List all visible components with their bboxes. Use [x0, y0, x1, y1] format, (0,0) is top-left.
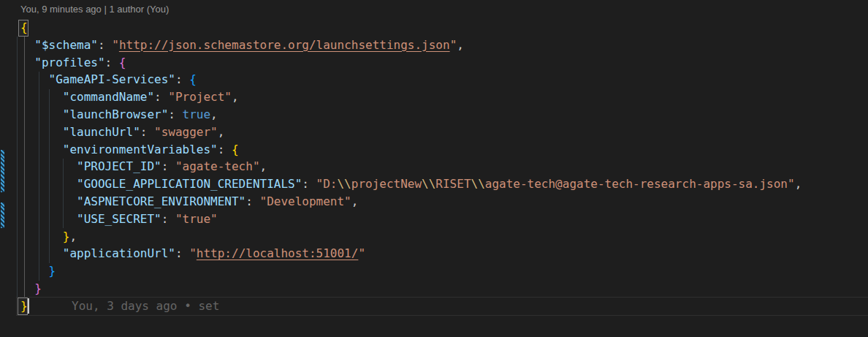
url-link[interactable]: http://localhost:51001/ [197, 246, 359, 260]
code-token: : [140, 125, 154, 139]
code-token: } [63, 230, 70, 243]
code-line[interactable]: "ASPNETCORE_ENVIRONMENT": "Development", [20, 193, 802, 211]
code-line[interactable]: "commandName": "Project", [20, 88, 802, 106]
gutter-modified-indicator[interactable] [1, 202, 4, 228]
code-token: "$schema" [34, 38, 98, 52]
code-token: " [358, 246, 365, 260]
code-token [20, 125, 63, 139]
code-token [20, 230, 63, 243]
code-token [20, 194, 77, 208]
code-token: "true" [175, 212, 218, 226]
code-token [20, 177, 77, 191]
code-token: projectNew [351, 177, 422, 191]
code-line[interactable]: "GOOGLE_APPLICATION_CREDENTIALS": "D:\\p… [20, 175, 802, 193]
code-token: , [351, 194, 359, 208]
code-token [20, 143, 63, 156]
code-editor[interactable]: You, 9 minutes ago | 1 author (You) { "$… [0, 0, 868, 337]
code-token: , [69, 230, 77, 243]
code-token: { [232, 143, 239, 156]
code-token: "D: [316, 177, 338, 191]
code-token: : [98, 38, 112, 52]
code-token: : [245, 194, 259, 208]
code-token: \\ [471, 177, 485, 191]
code-token: , [232, 90, 239, 104]
code-token: "environmentVariables" [63, 143, 218, 156]
code-token: "GOOGLE_APPLICATION_CREDENTIALS" [77, 177, 302, 191]
code-line[interactable]: "profiles": { [20, 54, 802, 72]
code-token: "launchUrl" [63, 125, 140, 139]
code-line[interactable]: "applicationUrl": "http://localhost:5100… [20, 245, 802, 262]
code-token: "Project" [168, 90, 232, 104]
code-token: , [260, 159, 267, 173]
code-line[interactable]: "GameAPI-Services": { [20, 71, 802, 88]
code-token: : [154, 90, 168, 104]
code-line[interactable]: "$schema": "http://json.schemastore.org/… [20, 37, 802, 54]
code-token [20, 56, 34, 69]
codelens-annotation[interactable]: You, 9 minutes ago | 1 author (You) [20, 3, 169, 16]
code-token: "Development" [260, 194, 351, 208]
code-token: agate-tech@agate-tech-research-apps-sa.j… [485, 177, 795, 191]
code-content[interactable]: { "$schema": "http://json.schemastore.or… [20, 19, 802, 315]
code-token: "USE_SECRET" [77, 212, 161, 226]
code-token: : [302, 177, 316, 191]
code-token: } [49, 264, 56, 278]
code-token: RISET [435, 177, 471, 191]
code-token: } [34, 281, 42, 295]
code-token: true [183, 107, 211, 121]
code-token: "applicationUrl" [63, 246, 175, 260]
code-line[interactable]: "environmentVariables": { [20, 141, 802, 159]
code-token: \\ [337, 177, 351, 191]
code-token: , [210, 107, 218, 121]
code-token: " [112, 38, 119, 52]
code-token: } [20, 299, 28, 313]
code-line[interactable]: } [20, 262, 802, 280]
code-line[interactable]: { [20, 19, 802, 37]
code-token: : [161, 159, 175, 173]
code-token: { [189, 72, 197, 86]
code-token: : [105, 56, 119, 69]
code-token: "ASPNETCORE_ENVIRONMENT" [77, 194, 245, 208]
code-line[interactable]: }, [20, 228, 802, 246]
code-token: "GameAPI-Services" [49, 72, 175, 86]
code-token: , [457, 38, 464, 52]
code-token: "profiles" [34, 56, 104, 69]
code-token [20, 212, 77, 226]
code-token: : [218, 143, 232, 156]
code-line[interactable]: "USE_SECRET": "true" [20, 211, 802, 228]
indent-guide [17, 37, 18, 298]
code-line[interactable]: "PROJECT_ID": "agate-tech", [20, 158, 802, 175]
code-token [20, 281, 34, 295]
code-token: : [161, 212, 175, 226]
code-line[interactable]: "launchBrowser": true, [20, 106, 802, 124]
git-blame-annotation[interactable]: You, 3 days ago • set [72, 298, 219, 315]
code-token [20, 72, 49, 86]
url-link[interactable]: http://json.schemastore.org/launchsettin… [119, 38, 450, 52]
code-line[interactable]: } [20, 280, 802, 298]
code-token: , [218, 125, 225, 139]
code-token [20, 38, 34, 52]
code-token: "swagger" [154, 125, 218, 139]
code-token: "PROJECT_ID" [77, 159, 161, 173]
code-token [20, 246, 63, 260]
gutter-modified-indicator[interactable] [1, 150, 4, 192]
code-token: "agate-tech" [175, 159, 260, 173]
code-token: { [119, 56, 126, 69]
code-token: "commandName" [63, 90, 154, 104]
code-token: { [20, 20, 28, 34]
code-line[interactable]: "launchUrl": "swagger", [20, 124, 802, 141]
code-token [20, 107, 63, 121]
code-token: : [175, 72, 189, 86]
code-token: " [189, 246, 197, 260]
code-token [20, 90, 63, 104]
code-token: , [795, 177, 802, 191]
code-token [20, 264, 49, 278]
text-cursor [28, 298, 29, 314]
code-token: : [175, 246, 189, 260]
code-token: : [168, 107, 182, 121]
code-token: " [450, 38, 457, 52]
code-token: \\ [422, 177, 435, 191]
code-token: "launchBrowser" [63, 107, 169, 121]
code-token [20, 159, 77, 173]
